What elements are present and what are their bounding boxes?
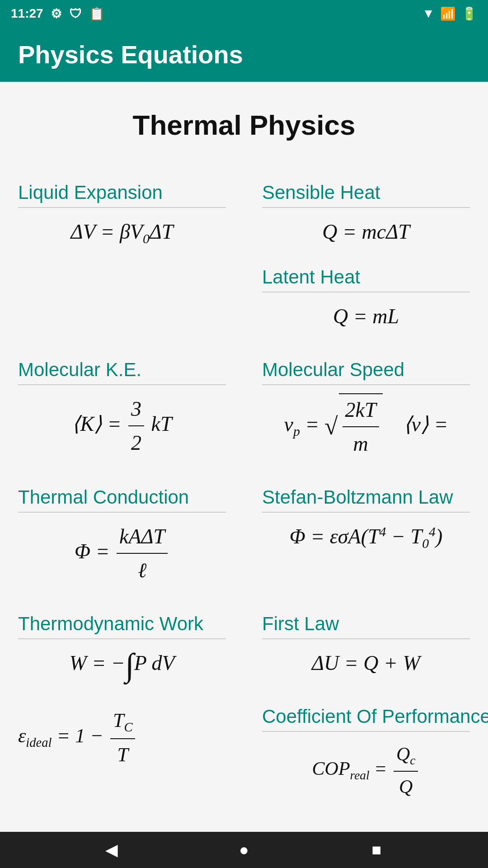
equation-cell-efficiency[interactable]: εideal = 1 − TC T [0, 692, 244, 815]
section-title: Thermal Physics [0, 100, 488, 150]
content-area: Thermal Physics Liquid Expansion ΔV = βV… [0, 82, 488, 837]
time-display: 11:27 [11, 6, 43, 21]
equation-formula-latent-heat: Q = mL [262, 301, 470, 332]
equation-formula-stefan-boltzmann: Φ = εσA(T4 − T04) [262, 521, 470, 554]
equation-cell-thermal-conduction[interactable]: Thermal Conduction Φ = kAΔT ℓ [0, 473, 244, 599]
signal-icon: 📶 [440, 6, 456, 21]
equations-grid: Liquid Expansion ΔV = βV0ΔT Sensible Hea… [0, 168, 488, 815]
equation-title-first-law: First Law [262, 613, 470, 639]
equation-formula-thermal-conduction: Φ = kAΔT ℓ [18, 521, 226, 586]
equation-cell-molecular-speed[interactable]: Molecular Speed vp = √ 2kT m ⟨v⟩ = [244, 345, 488, 473]
equation-cell-stefan-boltzmann[interactable]: Stefan-Boltzmann Law Φ = εσA(T4 − T04) [244, 473, 488, 599]
equation-formula-thermodynamic-work: W = −∫P dV [18, 647, 226, 679]
battery-icon: 🔋 [461, 6, 477, 21]
equation-title-latent-heat: Latent Heat [262, 266, 470, 292]
equation-cell-liquid-expansion[interactable]: Liquid Expansion ΔV = βV0ΔT [0, 168, 244, 345]
app-title: Physics Equations [18, 40, 243, 69]
equation-title-molecular-speed: Molecular Speed [262, 359, 470, 385]
settings-icon: ⚙ [51, 6, 62, 21]
equation-cell-thermodynamic-work[interactable]: Thermodynamic Work W = −∫P dV [0, 599, 244, 692]
equation-formula-molecular-speed: vp = √ 2kT m ⟨v⟩ = [262, 393, 470, 459]
equation-title-sensible-heat: Sensible Heat [262, 182, 470, 208]
clipboard-icon: 📋 [89, 6, 105, 21]
equation-cell-cop[interactable]: Coefficient Of Performance COPreal = Qc … [244, 692, 488, 815]
equation-title-cop: Coefficient Of Performance [262, 706, 470, 732]
back-button[interactable]: ◀ [98, 836, 125, 863]
equation-title-stefan-boltzmann: Stefan-Boltzmann Law [262, 486, 470, 513]
recent-button[interactable]: ■ [363, 836, 390, 863]
equation-title-thermodynamic-work: Thermodynamic Work [18, 613, 226, 639]
equation-title-molecular-ke: Molecular K.E. [18, 359, 226, 385]
equation-cell-sensible-latent[interactable]: Sensible Heat Q = mcΔT Latent Heat Q = m… [244, 168, 488, 345]
home-button[interactable]: ● [230, 836, 258, 863]
equation-cell-molecular-ke[interactable]: Molecular K.E. ⟨K⟩ = 3 2 kT [0, 345, 244, 473]
status-bar: 11:27 ⚙ 🛡 📋 ▼ 📶 🔋 [0, 0, 488, 27]
equation-formula-first-law: ΔU = Q + W [262, 647, 470, 679]
equation-formula-sensible-heat: Q = mcΔT [262, 216, 470, 247]
equation-title-liquid-expansion: Liquid Expansion [18, 182, 226, 208]
equation-cell-first-law[interactable]: First Law ΔU = Q + W [244, 599, 488, 692]
equation-formula-molecular-ke: ⟨K⟩ = 3 2 kT [18, 393, 226, 458]
equation-title-thermal-conduction: Thermal Conduction [18, 486, 226, 513]
status-right: ▼ 📶 🔋 [422, 6, 477, 21]
wifi-icon: ▼ [422, 6, 435, 21]
status-left: 11:27 ⚙ 🛡 📋 [11, 6, 105, 21]
equation-formula-cop: COPreal = Qc Q [262, 740, 470, 801]
equation-formula-efficiency: εideal = 1 − TC T [18, 706, 226, 770]
equation-formula-liquid-expansion: ΔV = βV0ΔT [18, 216, 226, 249]
shield-icon: 🛡 [69, 6, 82, 21]
app-bar: Physics Equations [0, 27, 488, 82]
nav-bar: ◀ ● ■ [0, 832, 488, 868]
